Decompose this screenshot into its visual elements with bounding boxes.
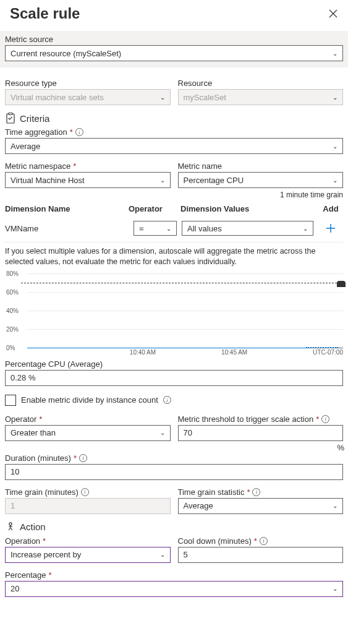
metric-name-value: Percentage CPU	[184, 176, 244, 185]
metric-namespace-select[interactable]: Virtual Machine Host ⌄	[5, 172, 171, 188]
panel-title: Scale rule	[10, 5, 80, 22]
chart-series-line	[27, 348, 306, 348]
criteria-title: Criteria	[20, 113, 49, 124]
metric-source-label: Metric source	[5, 35, 343, 44]
dim-header-op: Operator	[129, 204, 172, 213]
metric-source-band: Metric source Current resource (myScaleS…	[0, 31, 348, 67]
action-heading: Action	[5, 522, 343, 533]
operator-label: Operator *	[5, 414, 171, 424]
info-icon[interactable]: i	[260, 537, 268, 545]
info-icon[interactable]: i	[79, 454, 87, 462]
chart-ytick: 60%	[6, 288, 19, 295]
metric-readout-value: 0.28 %	[5, 370, 343, 386]
dim-header-name: Dimension Name	[5, 204, 129, 213]
time-grain-note: 1 minute time grain	[5, 191, 343, 199]
operation-value: Increase percent by	[11, 550, 81, 559]
chevron-down-icon: ⌄	[333, 94, 337, 101]
metric-namespace-value: Virtual Machine Host	[11, 176, 85, 185]
operation-select[interactable]: Increase percent by ⌄	[5, 547, 171, 563]
metric-name-label: Metric name	[178, 161, 344, 171]
metric-source-value: Current resource (myScaleSet)	[11, 49, 121, 58]
dimension-values-value: All values	[187, 224, 222, 233]
chart-ytick: 0%	[6, 344, 15, 351]
operator-value: Greater than	[11, 428, 56, 437]
time-aggregation-label: Time aggregation * i	[5, 127, 343, 137]
chart-ytick: 40%	[6, 307, 19, 314]
chart-xtick: 10:45 AM	[221, 349, 247, 356]
info-icon[interactable]: i	[75, 128, 83, 136]
chevron-down-icon: ⌄	[333, 177, 337, 184]
dimension-row: VMName = ⌄ All values ⌄	[5, 217, 343, 243]
chevron-down-icon: ⌄	[160, 551, 165, 558]
resource-type-label: Resource type	[5, 79, 171, 88]
duration-label: Duration (minutes) * i	[5, 453, 343, 463]
chevron-down-icon: ⌄	[160, 429, 165, 436]
chart-threshold-line	[21, 283, 343, 283]
clipboard-icon	[5, 113, 16, 124]
dimensions-table: Dimension Name Operator Dimension Values…	[5, 200, 343, 243]
operation-label: Operation *	[5, 536, 171, 546]
resource-type-select: Virtual machine scale sets ⌄	[5, 89, 171, 105]
chevron-down-icon: ⌄	[303, 225, 308, 232]
chevron-down-icon: ⌄	[160, 94, 165, 101]
svg-rect-1	[9, 113, 12, 115]
action-title: Action	[20, 522, 46, 532]
chevron-down-icon: ⌄	[333, 502, 337, 509]
threshold-input[interactable]: 70	[178, 425, 344, 441]
time-grain-label: Time grain (minutes) i	[5, 487, 171, 497]
info-icon[interactable]: i	[321, 415, 329, 423]
chevron-down-icon: ⌄	[333, 585, 337, 592]
dim-header-val: Dimension Values	[172, 204, 318, 213]
info-icon[interactable]: i	[252, 488, 260, 496]
time-grain-stat-value: Average	[184, 501, 213, 510]
dimension-hint: If you select multiple values for a dime…	[5, 246, 343, 267]
chevron-down-icon: ⌄	[166, 225, 171, 232]
resource-label: Resource	[178, 79, 344, 88]
time-grain-stat-select[interactable]: Average ⌄	[178, 498, 344, 514]
action-icon	[5, 522, 16, 533]
panel-header: Scale rule	[5, 0, 343, 31]
dimension-operator-select[interactable]: = ⌄	[134, 221, 177, 236]
info-icon[interactable]: i	[163, 396, 171, 404]
metric-source-select[interactable]: Current resource (myScaleSet) ⌄	[5, 45, 343, 61]
chevron-down-icon: ⌄	[160, 177, 165, 184]
threshold-unit: %	[337, 443, 344, 452]
chart-ytick: 80%	[6, 270, 19, 277]
time-aggregation-value: Average	[11, 142, 40, 151]
dimension-values-select[interactable]: All values ⌄	[182, 221, 313, 236]
dimension-operator-value: =	[139, 224, 144, 233]
chevron-down-icon: ⌄	[333, 143, 337, 150]
divide-by-instance-label: Enable metric divide by instance count	[21, 395, 158, 405]
criteria-heading: Criteria	[5, 113, 343, 124]
resource-value: myScaleSet	[184, 93, 226, 102]
metric-chart: 80% 60% 40% 20% 0%	[27, 273, 343, 348]
percentage-input[interactable]: 20 ⌄	[5, 581, 343, 597]
metric-name-select[interactable]: Percentage CPU ⌄	[178, 172, 344, 188]
dim-header-add: Add	[318, 204, 343, 213]
time-grain-stat-label: Time grain statistic * i	[178, 487, 344, 497]
percentage-label: Percentage *	[5, 570, 343, 580]
time-grain-input: 1	[5, 498, 171, 514]
close-icon[interactable]	[328, 9, 338, 19]
resource-select: myScaleSet ⌄	[178, 89, 344, 105]
chart-xtick: 10:40 AM	[130, 349, 156, 356]
svg-point-2	[9, 523, 12, 525]
chevron-down-icon: ⌄	[333, 50, 337, 57]
dimension-name: VMName	[5, 224, 129, 233]
time-aggregation-select[interactable]: Average ⌄	[5, 138, 343, 154]
add-dimension-button[interactable]	[323, 221, 338, 236]
metric-readout-label: Percentage CPU (Average)	[5, 359, 343, 369]
metric-namespace-label: Metric namespace *	[5, 161, 171, 171]
operator-select[interactable]: Greater than ⌄	[5, 425, 171, 441]
duration-input[interactable]: 10	[5, 464, 343, 480]
chart-tz: UTC-07:00	[313, 349, 343, 356]
cooldown-input[interactable]: 5	[178, 547, 344, 563]
cooldown-label: Cool down (minutes) * i	[178, 536, 344, 546]
divide-by-instance-checkbox[interactable]	[5, 395, 16, 406]
info-icon[interactable]: i	[81, 488, 89, 496]
threshold-label: Metric threshold to trigger scale action…	[178, 414, 344, 424]
resource-type-value: Virtual machine scale sets	[11, 93, 104, 102]
chart-ytick: 20%	[6, 325, 19, 332]
